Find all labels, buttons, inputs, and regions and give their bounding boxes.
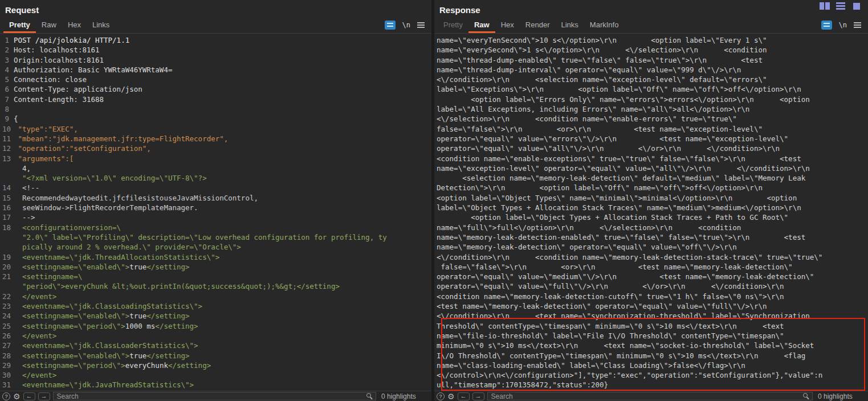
line-number: 1 [2, 35, 14, 45]
code-line: Threshold\" contentType=\"timespan\" min… [437, 321, 868, 331]
code-line: 19 <eventname=\"jdk.ThreadAllocationStat… [2, 252, 431, 262]
search-field-wrap [53, 392, 376, 400]
search-input[interactable] [53, 392, 376, 400]
tab-request-hex[interactable]: Hex [62, 18, 87, 33]
line-number: 26 [2, 331, 14, 341]
code-line: ull,"timestamp":1701358472,"status":200} [437, 380, 868, 390]
search-settings-gear-icon[interactable]: ⚙ [447, 392, 455, 400]
code-line: Detection\">\r\n <option label=\"Off\" n… [437, 183, 868, 193]
code-line: <option label=\"Object Types + Allocatio… [437, 212, 868, 222]
code-line: 18 <configurationversion=\ [2, 223, 431, 232]
line-number: 25 [2, 321, 14, 331]
tab-response-links[interactable]: Links [555, 18, 584, 33]
line-number: 30 [2, 370, 14, 380]
code-line: 23 <eventname=\"jdk.ClassLoadingStatisti… [2, 301, 431, 311]
editor-menu-icon[interactable] [854, 22, 861, 28]
code-line: 29 <settingname=\"period\">everyChunk</s… [2, 361, 431, 370]
code-line: false=\"false\">\r\n <or>\r\n <test name… [437, 124, 868, 134]
search-input[interactable] [487, 392, 813, 400]
code-line: name=\"exception-level\" operator=\"equa… [437, 163, 868, 173]
split-rows-layout-icon[interactable] [835, 2, 846, 10]
code-line: 28 <settingname=\"enabled\">true</settin… [2, 351, 431, 361]
line-number: 27 [2, 341, 14, 350]
line-number: 23 [2, 301, 14, 311]
syntax-highlight-icon[interactable] [385, 21, 396, 30]
code-line: <\/condition>\r\n <condition name=\"memo… [437, 252, 868, 262]
code-line: 14 <!-- [2, 183, 431, 193]
code-line: <\/selection>\r\n <condition name=\"enab… [437, 114, 868, 124]
code-line: operator=\"equal\" value=\"all\"\/>\r\n … [437, 144, 868, 153]
code-line: operator=\"equal\" value=\"errors\"\/>\r… [437, 134, 868, 144]
code-line: 16 seeWindow->FlightRecorderTemplateMana… [2, 203, 431, 212]
request-panel: Request Pretty Raw Hex Links \n 1POST /a… [0, 0, 431, 401]
code-line: 11 "mbean":"jdk.management.jfr:type=Flig… [2, 134, 431, 144]
search-help-icon[interactable]: ? [437, 392, 445, 400]
search-help-icon[interactable]: ? [2, 392, 10, 400]
show-newlines-button[interactable]: \n [402, 21, 410, 29]
tab-response-hex[interactable]: Hex [495, 18, 520, 33]
response-title: Response [439, 5, 480, 15]
request-header: Request [0, 0, 431, 18]
line-number: 17 [2, 212, 14, 222]
line-number: 24 [2, 311, 14, 321]
tab-request-links[interactable]: Links [87, 18, 115, 33]
tab-request-raw[interactable]: Raw [36, 18, 62, 33]
line-number: 2 [2, 45, 14, 55]
editor-menu-icon[interactable] [417, 22, 425, 28]
prev-match-button[interactable]: ← [23, 392, 35, 400]
code-line: <condition name=\"memory-leak-detection-… [437, 292, 868, 301]
prev-match-button[interactable]: ← [458, 392, 470, 400]
response-editor[interactable]: name=\"everyTenSecond\">10 s<\/option>\r… [434, 34, 868, 391]
code-line: 2Host: localhost:8161 [2, 45, 431, 55]
tab-request-pretty[interactable]: Pretty [3, 18, 36, 33]
split-columns-layout-icon[interactable] [819, 2, 830, 10]
response-panel: Response Pretty Raw Hex Render Links Mar… [434, 0, 868, 401]
request-editor-actions: \n [385, 21, 428, 33]
tab-response-markinfo[interactable]: MarkInfo [584, 18, 625, 33]
code-line: minimum=\"0 s\">10 ms<\/text>\r\n <text … [437, 341, 868, 350]
next-match-button[interactable]: → [38, 392, 50, 400]
code-line: 20 <settingname=\"enabled\">true</settin… [2, 262, 431, 272]
code-line: <selection name=\"memory-leak-detection\… [437, 173, 868, 183]
code-line: 5Connection: close [2, 75, 431, 84]
tab-response-raw[interactable]: Raw [468, 18, 495, 33]
code-line: 25 <settingname=\"period\">1000 ms</sett… [2, 321, 431, 331]
line-number: 9 [2, 114, 14, 124]
search-magnifier-icon [803, 393, 808, 398]
response-search-bar: ? ⚙ ← → 0 highlights [434, 391, 868, 401]
tab-response-pretty[interactable]: Pretty [438, 18, 468, 33]
line-number: 29 [2, 361, 14, 370]
line-number: 7 [2, 95, 14, 104]
tab-response-render[interactable]: Render [520, 18, 556, 33]
code-line: name=\"file-io-threshold\" label=\"File … [437, 331, 868, 341]
line-number: 15 [2, 193, 14, 203]
code-line: 17 --> [2, 212, 431, 222]
syntax-highlight-icon[interactable] [821, 21, 832, 30]
single-pane-layout-icon[interactable] [851, 2, 862, 10]
search-settings-gear-icon[interactable]: ⚙ [13, 392, 21, 400]
line-number: 31 [2, 380, 14, 390]
code-line: <\/condition>\r\n <text name=\"synchroni… [437, 311, 868, 321]
code-line: 32 <settingname=\"enabled\">true</settin… [2, 390, 431, 391]
code-line: name=\"class-loading-enabled\" label=\"C… [437, 361, 868, 370]
show-newlines-button[interactable]: \n [839, 21, 847, 29]
search-magnifier-icon [366, 393, 371, 398]
line-number [2, 232, 14, 242]
code-line: name=\"everySecond\">1 s<\/option>\r\n <… [437, 45, 868, 55]
code-line: pically around 2 % overhead.\" provider=… [2, 242, 431, 252]
line-number: 28 [2, 351, 14, 361]
code-line: <\/condition>\r\n <selection name=\"exce… [437, 75, 868, 84]
layout-buttons [819, 2, 862, 10]
line-number: 8 [2, 104, 14, 114]
code-line: 27 <eventname=\"jdk.ClassLoaderStatistic… [2, 341, 431, 350]
line-number [2, 173, 14, 183]
search-field-wrap [487, 392, 813, 400]
response-header: Response [434, 0, 868, 18]
code-line: name=\"everyTenSecond\">10 s<\/option>\r… [437, 35, 868, 45]
panels-container: Request Pretty Raw Hex Links \n 1POST /a… [0, 0, 868, 401]
request-editor[interactable]: 1POST /api/jolokia/ HTTP/1.12Host: local… [0, 34, 431, 391]
line-number: 10 [2, 124, 14, 134]
code-line: name=\"thread-dump-enabled\" true=\"fals… [437, 55, 868, 65]
next-match-button[interactable]: → [472, 392, 484, 400]
code-line: 26 </event> [2, 331, 431, 341]
